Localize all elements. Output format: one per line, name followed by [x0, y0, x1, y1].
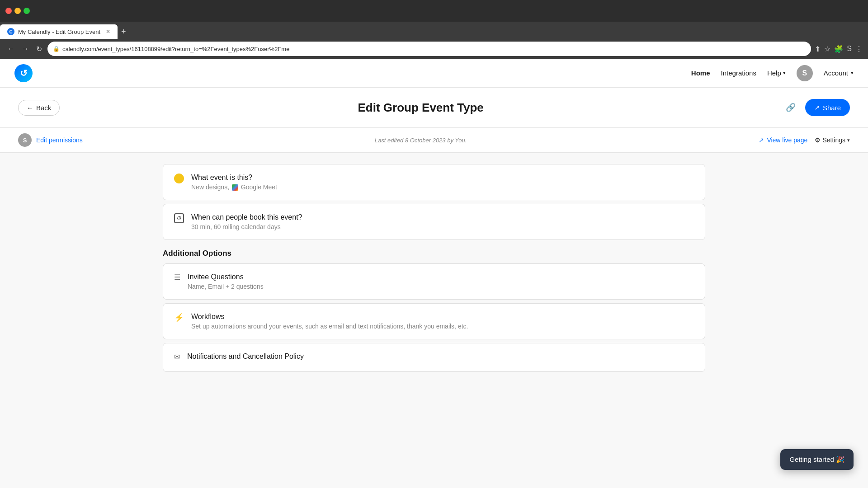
back-button[interactable]: ← Back	[18, 100, 60, 116]
address-bar-row: ← → ↻ 🔒 calendly.com/event_types/1611088…	[0, 39, 868, 59]
nav-help[interactable]: Help ▾	[767, 69, 786, 77]
address-bar[interactable]: 🔒 calendly.com/event_types/161108899/edi…	[47, 42, 811, 56]
tab-title: My Calendly - Edit Group Event	[18, 28, 100, 35]
share-toolbar-icon[interactable]: ⬆	[815, 45, 821, 53]
when-book-card[interactable]: ⏱ When can people book this event? 30 mi…	[163, 204, 705, 240]
external-link-icon: ↗	[759, 136, 764, 144]
invitee-questions-card[interactable]: ☰ Invitee Questions Name, Email + 2 ques…	[163, 263, 705, 300]
notifications-card[interactable]: ✉ Notifications and Cancellation Policy	[163, 343, 705, 372]
view-live-link[interactable]: ↗ View live page	[759, 136, 807, 144]
edit-permissions-link[interactable]: Edit permissions	[36, 136, 83, 144]
what-event-title: What event is this?	[191, 174, 694, 182]
link-icon: 🔗	[786, 103, 796, 113]
lock-icon: 🔒	[53, 46, 60, 52]
account-label: Account	[824, 69, 848, 77]
extensions-icon[interactable]: 🧩	[834, 45, 843, 53]
sub-header-left: S Edit permissions	[18, 133, 83, 147]
back-chevron-icon: ←	[27, 104, 33, 112]
avatar[interactable]: S	[797, 65, 813, 81]
close-window-button[interactable]	[5, 8, 12, 14]
menu-icon[interactable]: ⋮	[855, 45, 863, 53]
share-button[interactable]: ↗ Share	[805, 99, 850, 116]
invitee-questions-title: Invitee Questions	[188, 273, 694, 281]
gear-icon: ⚙	[815, 136, 821, 144]
getting-started-toast[interactable]: Getting started 🎉	[780, 449, 854, 470]
header-actions: 🔗 ↗ Share	[782, 99, 850, 117]
calendly-logo: ↺	[14, 64, 33, 82]
share-label: Share	[823, 104, 841, 112]
forward-nav-button[interactable]: →	[20, 43, 31, 55]
close-tab-button[interactable]: ✕	[106, 28, 110, 35]
help-chevron-icon: ▾	[783, 70, 786, 76]
invitee-questions-content: Invitee Questions Name, Email + 2 questi…	[188, 273, 694, 290]
notifications-title: Notifications and Cancellation Policy	[187, 352, 694, 361]
workflows-subtitle: Set up automations around your events, s…	[191, 323, 694, 330]
account-button[interactable]: Account ▾	[824, 69, 854, 77]
settings-button[interactable]: ⚙ Settings ▾	[815, 136, 850, 144]
reload-button[interactable]: ↻	[34, 43, 44, 55]
when-book-content: When can people book this event? 30 min,…	[191, 213, 694, 230]
app-navbar: ↺ Home Integrations Help ▾ S Account ▾	[0, 59, 868, 88]
maximize-window-button[interactable]	[24, 8, 30, 14]
back-nav-button[interactable]: ←	[5, 43, 16, 55]
when-book-title: When can people book this event?	[191, 213, 694, 221]
page-title: Edit Group Event Type	[358, 101, 484, 115]
tab-bar: C My Calendly - Edit Group Event ✕ +	[0, 22, 868, 39]
minimize-window-button[interactable]	[14, 8, 21, 14]
what-event-subtitle: New designs, Google Meet	[191, 183, 694, 191]
page-content: ← Back Edit Group Event Type 🔗 ↗ Share S…	[0, 88, 868, 488]
additional-options-title: Additional Options	[163, 249, 705, 258]
profile-icon[interactable]: S	[847, 45, 852, 53]
workflows-content: Workflows Set up automations around your…	[191, 313, 694, 330]
toolbar-icons: ⬆ ☆ 🧩 S ⋮	[815, 45, 863, 53]
yellow-dot-icon	[174, 174, 184, 183]
logo-letter: ↺	[20, 68, 28, 79]
invitee-questions-subtitle: Name, Email + 2 questions	[188, 283, 694, 290]
sub-header-avatar: S	[18, 133, 32, 147]
share-arrow-icon: ↗	[814, 103, 820, 112]
form-icon: ☰	[174, 273, 180, 282]
settings-chevron-icon: ▾	[847, 137, 850, 143]
main-area: What event is this? New designs, Google …	[145, 153, 723, 386]
google-meet-icon	[232, 184, 238, 191]
what-event-card[interactable]: What event is this? New designs, Google …	[163, 164, 705, 200]
url-text: calendly.com/event_types/161108899/edit?…	[62, 46, 806, 52]
what-event-content: What event is this? New designs, Google …	[191, 174, 694, 191]
bookmark-icon[interactable]: ☆	[824, 45, 830, 53]
envelope-icon: ✉	[174, 352, 180, 361]
page-header: ← Back Edit Group Event Type 🔗 ↗ Share	[0, 88, 868, 128]
workflows-card[interactable]: ⚡ Workflows Set up automations around yo…	[163, 303, 705, 339]
when-book-subtitle: 30 min, 60 rolling calendar days	[191, 223, 694, 230]
notifications-content: Notifications and Cancellation Policy	[187, 352, 694, 362]
bolt-icon: ⚡	[174, 313, 184, 323]
toast-label: Getting started 🎉	[789, 455, 844, 464]
back-label: Back	[36, 104, 51, 112]
new-tab-button[interactable]: +	[118, 27, 130, 37]
browser-chrome	[0, 0, 868, 22]
account-chevron-icon: ▾	[851, 70, 854, 76]
active-tab[interactable]: C My Calendly - Edit Group Event ✕	[0, 24, 118, 39]
last-edited-text: Last edited 8 October 2023 by You.	[375, 137, 467, 144]
nav-home[interactable]: Home	[691, 69, 710, 77]
copy-link-button[interactable]: 🔗	[782, 99, 800, 117]
workflows-title: Workflows	[191, 313, 694, 321]
sub-header-right: ↗ View live page ⚙ Settings ▾	[759, 136, 850, 144]
window-controls	[5, 8, 30, 14]
nav-integrations[interactable]: Integrations	[721, 69, 756, 77]
sub-header: S Edit permissions Last edited 8 October…	[0, 128, 868, 153]
navbar-right: Home Integrations Help ▾ S Account ▾	[691, 65, 854, 81]
clock-icon: ⏱	[174, 213, 184, 223]
navbar-logo[interactable]: ↺	[14, 64, 33, 82]
tab-favicon: C	[7, 28, 14, 35]
